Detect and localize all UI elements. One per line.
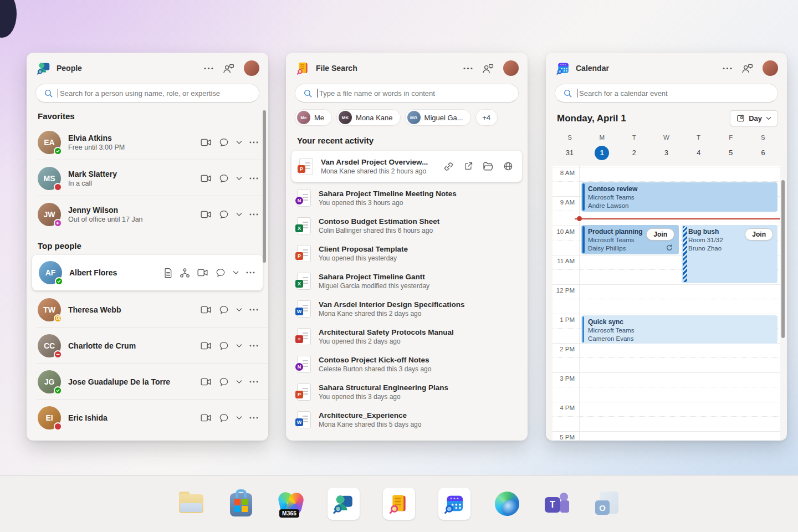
join-button[interactable]: Join <box>646 228 674 241</box>
calendar-scrollbar[interactable] <box>781 180 785 338</box>
week-cell-thu[interactable]: T4 <box>683 134 715 160</box>
chat-icon[interactable] <box>219 209 229 219</box>
account-avatar[interactable] <box>244 60 259 76</box>
file-row[interactable]: N Sahara Project Timeline Meeting Notes … <box>286 184 528 212</box>
week-strip: S31 M1 T2 W3 T4 F5 S6 <box>546 129 787 163</box>
taskbar-file-search-icon-active[interactable] <box>383 488 415 520</box>
taskbar-edge-icon[interactable] <box>494 490 520 517</box>
file-row-featured[interactable]: P Van Arsdel Project Overview... Mona Ka… <box>291 151 522 182</box>
video-call-icon[interactable] <box>201 139 212 146</box>
more-options-icon[interactable] <box>249 213 258 216</box>
file-row[interactable]: P Sahara Structural Engineering Plans Yo… <box>286 378 528 406</box>
week-cell-mon-selected[interactable]: M1 <box>586 134 618 160</box>
video-call-icon[interactable] <box>201 211 212 218</box>
chip-me[interactable]: Me Me <box>295 109 332 126</box>
person-row-elvia-atkins[interactable]: EA Elvia Atkins Free until 3:00 PM <box>27 124 268 160</box>
join-button[interactable]: Join <box>745 228 773 241</box>
more-options-icon[interactable] <box>249 381 258 383</box>
more-options-icon[interactable] <box>249 345 258 347</box>
more-options-icon[interactable] <box>723 67 732 70</box>
feedback-icon[interactable] <box>741 63 754 74</box>
taskbar-outlook-icon[interactable]: O <box>594 490 620 517</box>
file-row[interactable]: X Contoso Budget Estimation Sheet Colin … <box>286 212 528 239</box>
chat-icon[interactable] <box>219 173 229 183</box>
chevron-down-icon[interactable] <box>236 380 242 384</box>
video-call-icon[interactable] <box>201 306 212 314</box>
chat-icon[interactable] <box>216 268 226 278</box>
chevron-down-icon[interactable] <box>236 344 242 348</box>
video-call-icon[interactable] <box>197 269 208 277</box>
taskbar-microsoft-store-icon[interactable] <box>228 490 254 517</box>
open-in-browser-icon[interactable] <box>503 161 513 171</box>
week-cell-sun[interactable]: S31 <box>554 134 586 160</box>
feedback-icon[interactable] <box>222 63 235 74</box>
chevron-down-icon[interactable] <box>233 270 239 275</box>
file-row[interactable]: P Client Proposal Template You opened th… <box>286 239 528 267</box>
video-call-icon[interactable] <box>201 175 212 182</box>
taskbar-teams-icon[interactable]: T <box>544 490 570 517</box>
person-row-albert-flores[interactable]: AF Albert Flores <box>32 255 263 290</box>
video-call-icon[interactable] <box>201 378 212 386</box>
file-row[interactable]: ≡ Architectural Safety Protocols Manual … <box>286 323 528 350</box>
taskbar-file-explorer-icon[interactable] <box>178 490 204 517</box>
more-options-icon[interactable] <box>463 67 473 70</box>
org-chart-icon[interactable] <box>180 268 190 278</box>
person-row-eric-ishida[interactable]: EI Eric Ishida <box>27 400 268 436</box>
chat-icon[interactable] <box>219 413 229 423</box>
person-row-mark-slattery[interactable]: MS Mark Slattery In a call <box>27 160 268 196</box>
account-avatar[interactable] <box>763 60 778 76</box>
chevron-down-icon[interactable] <box>236 416 242 420</box>
person-row-jose-guadalupe[interactable]: JG Jose Guadalupe De la Torre <box>27 364 268 400</box>
chat-icon[interactable] <box>219 305 229 315</box>
more-options-icon[interactable] <box>249 141 258 144</box>
file-row[interactable]: X Sahara Project Timeline Gantt Miguel G… <box>286 267 528 295</box>
open-folder-icon[interactable] <box>483 162 494 171</box>
more-options-icon[interactable] <box>246 272 255 274</box>
week-cell-tue[interactable]: T2 <box>618 134 650 160</box>
feedback-icon[interactable] <box>482 63 494 74</box>
more-options-icon[interactable] <box>249 177 258 180</box>
chat-icon[interactable] <box>219 137 229 147</box>
person-row-jenny-wilson[interactable]: JW Jenny Wilson Out of office until 17 J… <box>27 196 268 232</box>
person-row-theresa-webb[interactable]: TW Theresa Webb <box>27 291 268 328</box>
chevron-down-icon[interactable] <box>236 212 242 217</box>
video-call-icon[interactable] <box>201 342 212 350</box>
taskbar-calendar-search-icon-active[interactable] <box>438 488 470 520</box>
more-options-icon[interactable] <box>204 67 213 70</box>
event-contoso-review[interactable]: Contoso review Microsoft Teams Andre Law… <box>581 182 777 212</box>
taskbar-m365-copilot-icon[interactable]: M365 <box>278 490 304 517</box>
powerpoint-file-icon: P <box>297 383 311 401</box>
chat-icon[interactable] <box>219 341 229 351</box>
copy-link-icon[interactable] <box>443 161 454 172</box>
view-selector-button[interactable]: Day <box>730 110 778 126</box>
event-quick-sync[interactable]: Quick sync Microsoft Teams Cameron Evans <box>581 315 777 344</box>
chip-more-count[interactable]: +4 <box>475 109 498 126</box>
more-options-icon[interactable] <box>249 309 258 311</box>
chevron-down-icon[interactable] <box>236 308 242 312</box>
file-row[interactable]: W Architecture_Experience Mona Kane shar… <box>286 406 528 433</box>
people-scrollbar[interactable] <box>263 110 266 263</box>
week-cell-fri[interactable]: F5 <box>715 134 747 160</box>
day-grid[interactable]: 8 AM 9 AM 10 AM 11 AM 12 PM 1 PM 2 PM 3 … <box>553 166 780 441</box>
share-icon[interactable] <box>463 161 473 171</box>
taskbar-people-search-icon-active[interactable] <box>328 488 360 520</box>
people-search-input[interactable] <box>60 89 251 98</box>
file-search-input[interactable] <box>319 89 510 98</box>
chevron-down-icon[interactable] <box>236 176 242 181</box>
chip-mona-kane[interactable]: MK Mona Kane <box>336 109 401 126</box>
file-row[interactable]: W Van Arsdel Interior Design Specificati… <box>286 295 528 323</box>
chevron-down-icon[interactable] <box>236 140 242 145</box>
event-bug-bush[interactable]: Bug bush Room 31/32 Bruno Zhao Join <box>682 225 777 283</box>
chat-icon[interactable] <box>219 377 229 387</box>
video-call-icon[interactable] <box>201 414 212 422</box>
calendar-search-input[interactable] <box>579 89 770 98</box>
more-options-icon[interactable] <box>249 417 258 419</box>
account-avatar[interactable] <box>503 60 519 76</box>
chip-miguel-garcia[interactable]: MG Miguel Ga... <box>405 109 471 126</box>
file-row[interactable]: N Contoso Project Kick-off Notes Celeste… <box>286 350 528 378</box>
week-cell-sat[interactable]: S6 <box>747 134 779 160</box>
document-icon[interactable] <box>164 268 172 278</box>
person-row-charlotte-de-crum[interactable]: CC Charlotte de Crum <box>27 328 268 364</box>
week-cell-wed[interactable]: W3 <box>650 134 682 160</box>
event-product-planning[interactable]: Product planning Microsoft Teams Daisy P… <box>581 225 679 254</box>
